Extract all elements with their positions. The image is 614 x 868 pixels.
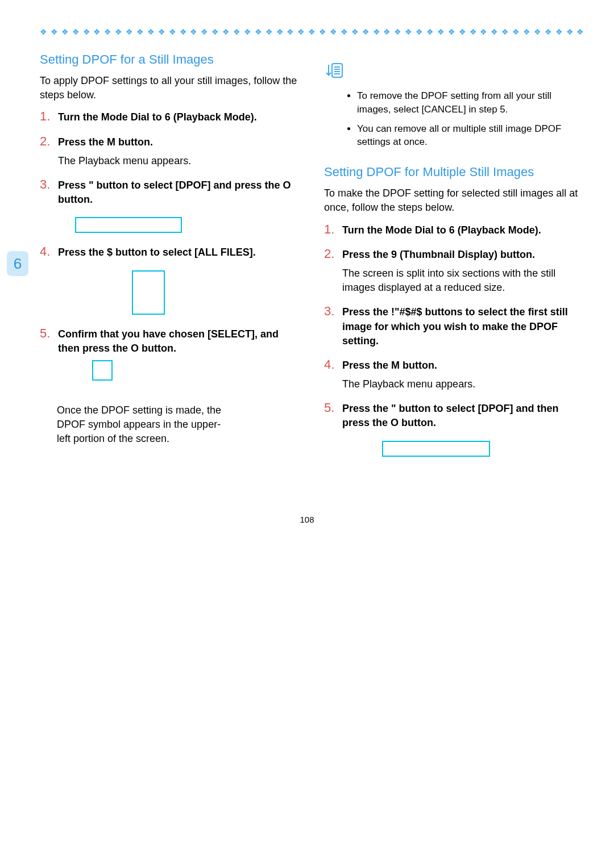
step-3: Press " button to select [DPOF] and pres…: [40, 178, 301, 233]
intro-left: To apply DPOF settings to all your still…: [40, 74, 301, 102]
steps-left: Turn the Mode Dial to 6 (Playback Mode).…: [40, 110, 301, 381]
step-1: Turn the Mode Dial to 6 (Playback Mode).: [324, 223, 586, 237]
step-body: The Playback menu appears.: [58, 154, 301, 168]
step-2: Press the 9 (Thumbnail Display) button. …: [324, 248, 586, 295]
right-column: To remove the DPOF setting from all your…: [324, 52, 586, 469]
note-item: You can remove all or multiple still ima…: [357, 122, 586, 149]
note-item: To remove the DPOF setting from all your…: [357, 89, 586, 116]
step-body: The screen is split into six sections wi…: [342, 266, 586, 295]
svg-rect-0: [332, 64, 342, 77]
screenshot-placeholder: [382, 441, 490, 457]
steps-right: Turn the Mode Dial to 6 (Playback Mode).…: [324, 223, 586, 457]
step-title: Turn the Mode Dial to 6 (Playback Mode).: [342, 223, 586, 237]
section-title-right: Setting DPOF for Multiple Still Images: [324, 165, 586, 180]
step-title: Press the 9 (Thumbnail Display) button.: [342, 248, 586, 262]
step-title: Turn the Mode Dial to 6 (Playback Mode).: [58, 110, 301, 124]
step-4: Press the M button. The Playback menu ap…: [324, 358, 586, 391]
step-title: Press the " button to select [DPOF] and …: [342, 402, 586, 430]
screenshot-placeholder: [132, 270, 165, 315]
step-body: The Playback menu appears.: [342, 377, 586, 391]
step-5: Press the " button to select [DPOF] and …: [324, 402, 586, 456]
chapter-tab: 6: [7, 251, 28, 276]
step-4: Press the $ button to select [ALL FILES]…: [40, 245, 301, 314]
left-column: Setting DPOF for a Still Images To apply…: [28, 52, 301, 469]
note-block: To remove the DPOF setting from all your…: [324, 62, 586, 149]
screenshot-placeholder: [92, 360, 113, 381]
step-title: Press the M button.: [342, 358, 586, 373]
afternote: Once the DPOF setting is made, the DPOF …: [40, 403, 233, 446]
step-title: Confirm that you have chosen [SELECT], a…: [58, 327, 301, 356]
section-title-left: Setting DPOF for a Still Images: [40, 52, 301, 67]
step-title: Press the !"#$#$ buttons to select the f…: [342, 305, 586, 348]
screenshot-placeholder: [75, 217, 182, 233]
step-3: Press the !"#$#$ buttons to select the f…: [324, 305, 586, 348]
note-icon: [324, 62, 586, 84]
intro-right: To make the DPOF setting for selected st…: [324, 186, 586, 215]
step-2: Press the M button. The Playback menu ap…: [40, 135, 301, 168]
step-5: Confirm that you have chosen [SELECT], a…: [40, 327, 301, 381]
step-title: Press the $ button to select [ALL FILES]…: [58, 245, 301, 260]
step-1: Turn the Mode Dial to 6 (Playback Mode).: [40, 110, 301, 124]
page-number: 108: [28, 515, 586, 524]
step-title: Press the M button.: [58, 135, 301, 149]
step-title: Press " button to select [DPOF] and pres…: [58, 178, 301, 207]
decorative-diamond-border: ❖ ❖ ❖ ❖ ❖ ❖ ❖ ❖ ❖ ❖ ❖ ❖ ❖ ❖ ❖ ❖ ❖ ❖ ❖ ❖ …: [40, 27, 586, 36]
